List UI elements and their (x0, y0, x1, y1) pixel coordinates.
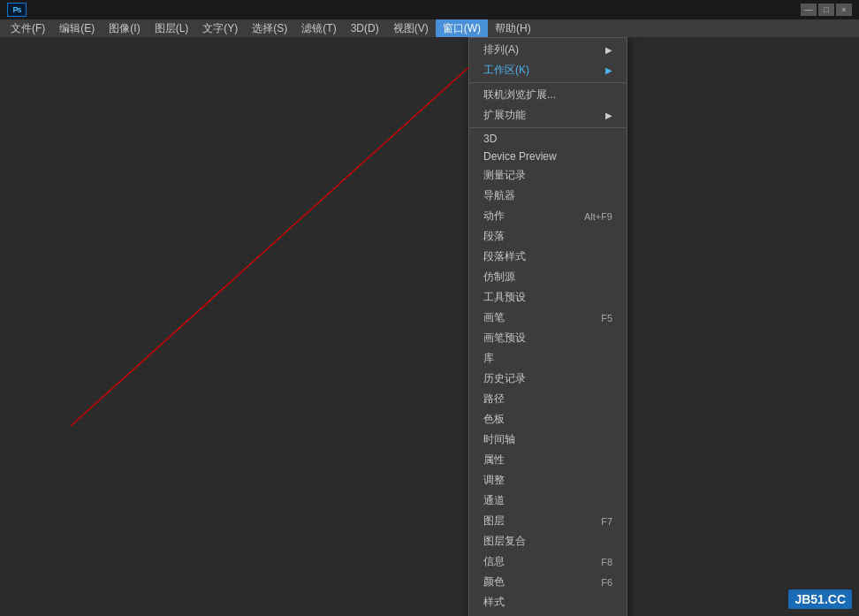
dropdown-item-measure-log-label: 测量记录 (483, 168, 526, 183)
dropdown-item-extensions[interactable]: 扩展功能 ▶ (469, 105, 627, 125)
dropdown-item-tool-presets-label: 工具预设 (483, 290, 526, 305)
dropdown-item-extensions-arrow: ▶ (605, 110, 612, 120)
dropdown-item-brush-label: 画笔 (483, 310, 505, 325)
dropdown-item-history-label: 历史记录 (483, 371, 526, 386)
dropdown-item-info[interactable]: 信息 F8 (469, 551, 627, 572)
dropdown-item-color[interactable]: 颜色 F6 (469, 572, 627, 592)
dropdown-item-layer-comps-label: 图层复合 (483, 534, 526, 549)
menu-edit[interactable]: 编辑(E) (52, 19, 102, 38)
canvas-area: 排列(A) ▶ 工作区(K) ▶ 联机浏览扩展... 扩展功能 ▶ 3D (0, 37, 859, 616)
dropdown-item-brush[interactable]: 画笔 F5 (469, 308, 627, 328)
dropdown-item-brush-presets-label: 画笔预设 (483, 331, 526, 346)
dropdown-item-adjustments[interactable]: 调整 (469, 470, 627, 491)
menu-view[interactable]: 视图(V) (386, 19, 436, 38)
menu-text[interactable]: 文字(Y) (195, 19, 245, 38)
dropdown-item-browse-online[interactable]: 联机浏览扩展... (469, 85, 627, 105)
restore-button[interactable]: □ (818, 4, 834, 16)
dropdown-item-layers[interactable]: 图层 F7 (469, 511, 627, 531)
dropdown-item-extensions-label: 扩展功能 (483, 108, 526, 123)
dropdown-item-paths[interactable]: 路径 (469, 389, 627, 409)
title-bar-left: Ps (7, 3, 30, 17)
watermark: JB51.CC (788, 589, 852, 609)
menu-select[interactable]: 选择(S) (245, 19, 294, 38)
dropdown-item-color-label: 颜色 (483, 574, 505, 589)
menu-bar: 文件(F) 编辑(E) 图像(I) 图层(L) 文字(Y) 选择(S) 滤镜(T… (0, 19, 859, 37)
dropdown-item-3d-label: 3D (483, 133, 497, 145)
menu-window[interactable]: 窗口(W) (436, 19, 488, 38)
dropdown-item-properties[interactable]: 属性 (469, 450, 627, 470)
dropdown-item-workspace[interactable]: 工作区(K) ▶ (469, 60, 627, 80)
dropdown-item-clone-source-label: 仿制源 (483, 270, 515, 285)
dropdown-section-1: 排列(A) ▶ 工作区(K) ▶ (469, 38, 627, 83)
dropdown-item-layers-shortcut: F7 (601, 516, 612, 527)
dropdown-item-library-label: 库 (483, 351, 494, 366)
dropdown-item-info-label: 信息 (483, 554, 505, 569)
dropdown-item-tool-presets[interactable]: 工具预设 (469, 287, 627, 308)
dropdown-item-measure-log[interactable]: 测量记录 (469, 165, 627, 186)
dropdown-item-paragraph-styles[interactable]: 段落样式 (469, 247, 627, 267)
dropdown-item-histogram[interactable]: 直方图 (469, 612, 627, 616)
close-button[interactable]: × (836, 4, 852, 16)
minimize-button[interactable]: — (801, 4, 817, 16)
dropdown-item-channels-label: 通道 (483, 493, 505, 508)
dropdown-item-paths-label: 路径 (483, 392, 505, 407)
dropdown-item-layer-comps[interactable]: 图层复合 (469, 531, 627, 551)
dropdown-item-3d[interactable]: 3D (469, 130, 627, 148)
diagonal-line (0, 37, 859, 616)
title-bar: Ps — □ × (0, 0, 859, 19)
dropdown-item-library[interactable]: 库 (469, 348, 627, 369)
dropdown-section-2: 联机浏览扩展... 扩展功能 ▶ (469, 83, 627, 128)
dropdown-item-color-shortcut: F6 (601, 577, 612, 588)
dropdown-item-actions-shortcut: Alt+F9 (584, 211, 612, 222)
dropdown-item-actions[interactable]: 动作 Alt+F9 (469, 206, 627, 226)
dropdown-item-styles-label: 样式 (483, 595, 505, 610)
dropdown-item-paragraph[interactable]: 段落 (469, 226, 627, 247)
dropdown-item-properties-label: 属性 (483, 452, 505, 468)
dropdown-item-adjustments-label: 调整 (483, 473, 505, 488)
dropdown-item-swatches[interactable]: 色板 (469, 409, 627, 430)
dropdown-item-clone-source[interactable]: 仿制源 (469, 267, 627, 287)
dropdown-item-workspace-label: 工作区(K) (483, 63, 529, 78)
dropdown-item-device-preview-label: Device Preview (483, 150, 557, 163)
svg-line-0 (71, 55, 483, 426)
dropdown-item-device-preview[interactable]: Device Preview (469, 148, 627, 165)
dropdown-item-arrange[interactable]: 排列(A) ▶ (469, 40, 627, 60)
menu-3d[interactable]: 3D(D) (344, 20, 386, 36)
menu-filter[interactable]: 滤镜(T) (294, 19, 343, 38)
dropdown-item-timeline[interactable]: 时间轴 (469, 430, 627, 450)
menu-help[interactable]: 帮助(H) (488, 19, 538, 38)
dropdown-item-info-shortcut: F8 (601, 557, 612, 567)
dropdown-item-brush-presets[interactable]: 画笔预设 (469, 328, 627, 348)
dropdown-menu: 排列(A) ▶ 工作区(K) ▶ 联机浏览扩展... 扩展功能 ▶ 3D (468, 37, 627, 616)
dropdown-item-styles[interactable]: 样式 (469, 592, 627, 612)
dropdown-item-actions-label: 动作 (483, 209, 505, 224)
dropdown-item-arrange-arrow: ▶ (605, 45, 612, 55)
dropdown-item-paragraph-styles-label: 段落样式 (483, 249, 526, 264)
ps-logo: Ps (7, 3, 27, 17)
dropdown-item-brush-shortcut: F5 (601, 313, 612, 323)
title-bar-controls[interactable]: — □ × (801, 4, 852, 16)
dropdown-item-arrange-label: 排列(A) (483, 42, 519, 57)
menu-image[interactable]: 图像(I) (102, 19, 147, 38)
dropdown-item-history[interactable]: 历史记录 (469, 369, 627, 389)
dropdown-item-paragraph-label: 段落 (483, 229, 505, 244)
dropdown-section-3: 3D Device Preview 测量记录 导航器 动作 Alt+F9 段落 … (469, 128, 627, 616)
dropdown-item-channels[interactable]: 通道 (469, 491, 627, 511)
dropdown-item-navigator-label: 导航器 (483, 188, 515, 203)
dropdown-item-layers-label: 图层 (483, 513, 505, 529)
dropdown-item-timeline-label: 时间轴 (483, 432, 515, 447)
dropdown-item-navigator[interactable]: 导航器 (469, 186, 627, 206)
dropdown-item-browse-online-label: 联机浏览扩展... (483, 87, 556, 103)
dropdown-item-swatches-label: 色板 (483, 412, 505, 427)
menu-layer[interactable]: 图层(L) (148, 19, 196, 38)
menu-file[interactable]: 文件(F) (4, 19, 52, 38)
dropdown-item-workspace-arrow: ▶ (605, 65, 612, 75)
